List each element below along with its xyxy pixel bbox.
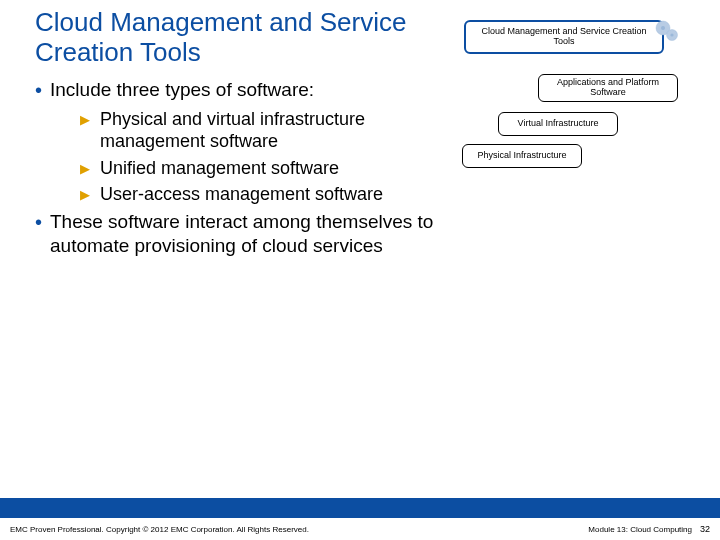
- chevron-right-icon: ▶: [80, 112, 90, 153]
- gears-icon: [652, 16, 682, 46]
- bullet-level2: ▶ Physical and virtual infrastructure ma…: [80, 108, 450, 153]
- decorative-bar: [0, 498, 720, 518]
- bullet-text: These software interact among themselves…: [50, 210, 450, 258]
- diagram-label: Applications and Platform Software: [545, 78, 671, 98]
- diagram-label: Physical Infrastructure: [477, 151, 566, 161]
- bullet-dot-icon: •: [35, 210, 42, 258]
- diagram-box-physical: Physical Infrastructure: [462, 144, 582, 168]
- page-number: 32: [700, 524, 710, 534]
- diagram-box-virtual: Virtual Infrastructure: [498, 112, 618, 136]
- slide-title: Cloud Management and Service Creation To…: [35, 8, 450, 68]
- diagram-label: Virtual Infrastructure: [518, 119, 599, 129]
- bullet-text: Unified management software: [100, 157, 339, 180]
- svg-point-3: [670, 33, 673, 36]
- bullet-level1: • These software interact among themselv…: [35, 210, 450, 258]
- diagram-label: Cloud Management and Service Creation To…: [472, 27, 656, 47]
- bullet-level2: ▶ User-access management software: [80, 183, 450, 206]
- diagram-box-applications: Applications and Platform Software: [538, 74, 678, 102]
- diagram-box-management: Cloud Management and Service Creation To…: [464, 20, 664, 54]
- bullet-text: Include three types of software:: [50, 78, 314, 102]
- bullet-dot-icon: •: [35, 78, 42, 102]
- bullet-level1: • Include three types of software:: [35, 78, 450, 102]
- bullet-text: User-access management software: [100, 183, 383, 206]
- bullet-text: Physical and virtual infrastructure mana…: [100, 108, 450, 153]
- chevron-right-icon: ▶: [80, 161, 90, 180]
- chevron-right-icon: ▶: [80, 187, 90, 206]
- footer-module: Module 13: Cloud Computing: [588, 525, 692, 534]
- bullet-level2: ▶ Unified management software: [80, 157, 450, 180]
- svg-point-2: [661, 26, 665, 30]
- footer-copyright: EMC Proven Professional. Copyright © 201…: [10, 525, 309, 534]
